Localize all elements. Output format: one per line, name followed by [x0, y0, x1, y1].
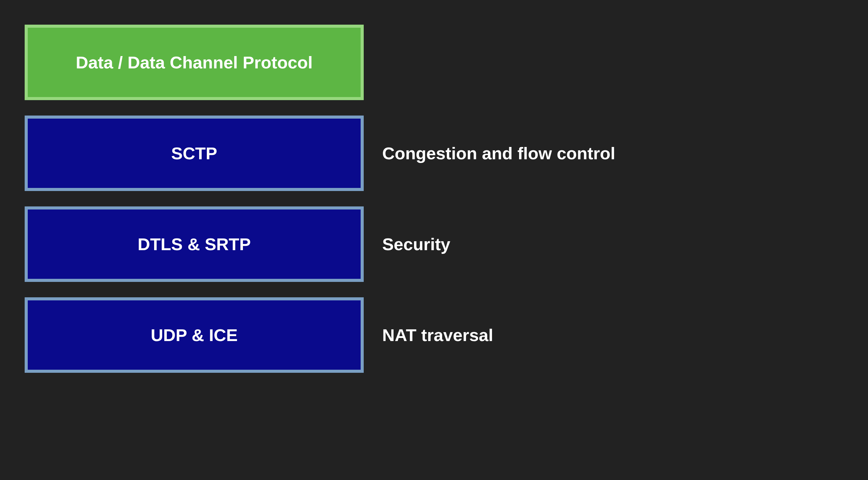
layer-description: Congestion and flow control [382, 143, 615, 163]
stack-row: UDP & ICE NAT traversal [25, 297, 843, 373]
layer-label: Data / Data Channel Protocol [76, 52, 313, 72]
layer-description: Security [382, 234, 450, 254]
layer-data-channel: Data / Data Channel Protocol [25, 25, 364, 100]
stack-row: DTLS & SRTP Security [25, 206, 843, 282]
stack-row: Data / Data Channel Protocol [25, 25, 843, 100]
protocol-stack-diagram: Data / Data Channel Protocol SCTP Conges… [25, 25, 843, 373]
layer-dtls-srtp: DTLS & SRTP [25, 206, 364, 282]
layer-udp-ice: UDP & ICE [25, 297, 364, 373]
stack-row: SCTP Congestion and flow control [25, 116, 843, 191]
layer-sctp: SCTP [25, 116, 364, 191]
layer-description: NAT traversal [382, 325, 493, 345]
layer-label: DTLS & SRTP [137, 234, 251, 254]
layer-label: SCTP [171, 143, 217, 163]
layer-label: UDP & ICE [151, 325, 238, 345]
